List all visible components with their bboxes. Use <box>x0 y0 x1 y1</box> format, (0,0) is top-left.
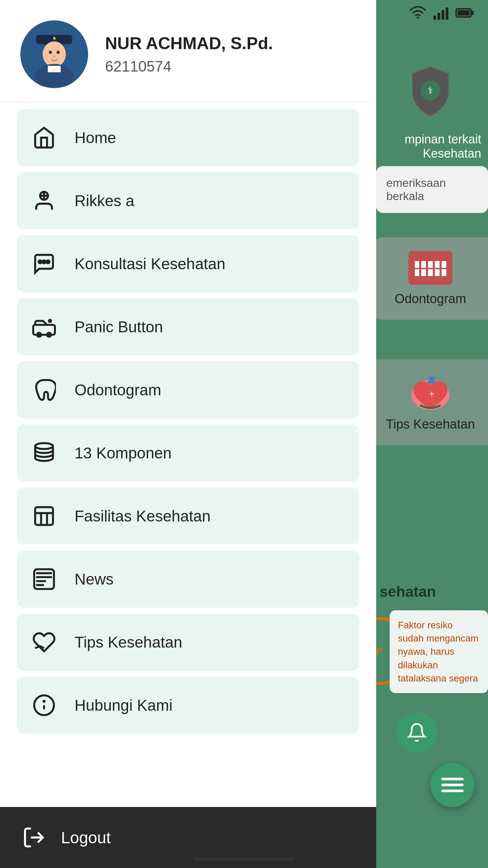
bell-icon <box>407 722 427 743</box>
svg-text:+: + <box>429 389 434 399</box>
menu-news-label: News <box>75 570 114 588</box>
menu-item-komponen[interactable]: 13 Komponen <box>17 425 359 481</box>
svg-rect-17 <box>413 269 447 276</box>
health-icon: + <box>408 373 452 410</box>
svg-rect-7 <box>438 13 440 20</box>
right-card: emeriksaan berkala <box>376 166 488 213</box>
svg-point-47 <box>53 55 56 57</box>
svg-rect-52 <box>33 325 55 335</box>
home-icon <box>30 124 58 151</box>
menu-lines-icon <box>441 775 464 795</box>
menu-rikkesa-label: Rikkes a <box>75 192 134 210</box>
svg-rect-6 <box>433 16 436 20</box>
menu-item-tips[interactable]: Tips Kesehatan <box>17 614 359 671</box>
bell-button[interactable] <box>396 712 437 753</box>
logout-button[interactable]: Logout <box>0 807 376 868</box>
svg-rect-12 <box>471 11 474 15</box>
menu-item-fasilitas[interactable]: Fasilitas Kesehatan <box>17 488 359 545</box>
tips-section: + Tips Kesehatan <box>373 359 488 445</box>
user-id: 62110574 <box>105 58 273 75</box>
heart-hand-icon <box>30 629 58 656</box>
right-card-text: emeriksaan berkala <box>386 176 446 202</box>
odontogram-label: Odontogram <box>394 292 466 306</box>
menu-item-odontogram[interactable]: Odontogram <box>17 361 359 418</box>
svg-rect-8 <box>442 10 444 20</box>
risk-card: Faktor resiko sudah mengancam nyawa, har… <box>390 610 488 693</box>
logout-label: Logout <box>61 828 111 847</box>
bottom-right-section: sehatan <box>373 576 488 614</box>
status-right <box>409 6 474 21</box>
info-circle-icon <box>30 692 58 719</box>
right-subtitle: mpinan terkait Kesehatan <box>373 132 488 161</box>
section-title: sehatan <box>380 583 481 600</box>
svg-point-5 <box>417 17 419 19</box>
wifi-icon <box>409 6 426 21</box>
teeth-icon <box>408 251 452 285</box>
svg-point-46 <box>57 51 60 54</box>
right-panel: ⚕ mpinan terkait Kesehatan emeriksaan be… <box>373 0 488 868</box>
user-avatar <box>20 20 88 88</box>
odontogram-section: Odontogram <box>373 237 488 320</box>
menu-item-panic[interactable]: Panic Button <box>17 298 359 355</box>
svg-point-55 <box>35 443 53 449</box>
menu-item-hubungi[interactable]: Hubungi Kami <box>17 677 359 734</box>
svg-point-49 <box>39 260 42 263</box>
shield-emblem-area: ⚕ <box>393 54 468 129</box>
menu-tips-label: Tips Kesehatan <box>75 633 182 651</box>
menu-panic-label: Panic Button <box>75 318 163 336</box>
svg-rect-56 <box>35 507 53 525</box>
menu-komponen-label: 13 Komponen <box>75 444 171 462</box>
tooth-icon <box>30 376 58 403</box>
user-name: NUR ACHMAD, S.Pd. <box>105 34 273 53</box>
building-icon <box>30 502 58 530</box>
menu-fasilitas-label: Fasilitas Kesehatan <box>75 507 210 525</box>
avatar-image <box>22 22 86 86</box>
medical-icon <box>30 187 58 214</box>
svg-text:⚕: ⚕ <box>428 85 433 96</box>
navigation-drawer: NUR ACHMAD, S.Pd. 62110574 Home Rikkes a… <box>0 0 376 868</box>
database-icon <box>30 439 58 467</box>
news-icon <box>30 566 58 593</box>
svg-rect-33 <box>429 377 434 383</box>
svg-rect-16 <box>413 261 447 268</box>
shield-icon: ⚕ <box>403 64 458 119</box>
menu-item-rikkesa[interactable]: Rikkes a <box>17 172 359 229</box>
menu-home-label: Home <box>75 129 116 147</box>
user-info: NUR ACHMAD, S.Pd. 62110574 <box>105 34 273 75</box>
logout-icon <box>20 824 47 851</box>
svg-rect-11 <box>458 10 470 16</box>
menu-item-news[interactable]: News <box>17 551 359 608</box>
svg-rect-9 <box>446 7 448 20</box>
menu-hubungi-label: Hubungi Kami <box>75 696 172 714</box>
user-profile-section: NUR ACHMAD, S.Pd. 62110574 <box>0 0 376 102</box>
svg-point-45 <box>49 51 52 54</box>
risk-text: Faktor resiko sudah mengancam nyawa, har… <box>398 618 480 685</box>
svg-point-41 <box>43 41 66 67</box>
signal-icon <box>432 6 449 21</box>
menu-item-home[interactable]: Home <box>17 109 359 166</box>
menu-konsultasi-label: Konsultasi Kesehatan <box>75 255 225 273</box>
svg-point-50 <box>43 260 46 263</box>
menu-item-konsultasi[interactable]: Konsultasi Kesehatan <box>17 235 359 292</box>
menu-list: Home Rikkes a Konsultasi Kesehatan Panic… <box>0 102 376 807</box>
menu-odontogram-label: Odontogram <box>75 381 161 399</box>
battery-icon <box>455 6 474 21</box>
home-bar <box>193 858 295 861</box>
chat-icon <box>30 250 58 277</box>
fab-button[interactable] <box>430 763 474 807</box>
tips-label: Tips Kesehatan <box>386 417 475 432</box>
ambulance-icon <box>30 313 58 340</box>
svg-point-51 <box>46 260 49 263</box>
